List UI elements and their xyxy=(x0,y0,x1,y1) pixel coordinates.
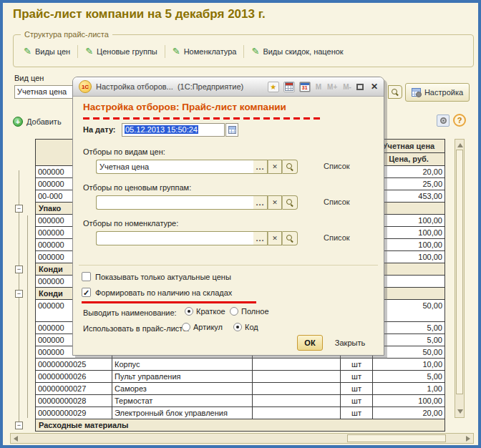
radio-label: Артикул xyxy=(193,323,223,331)
discount-kinds-label: Виды скидок, наценок xyxy=(263,47,343,56)
vertical-scroll-thumb[interactable] xyxy=(456,150,463,394)
table-cell: шт xyxy=(341,395,373,406)
tree-expand-box[interactable]: − xyxy=(15,422,23,429)
table-cell: Термостат xyxy=(112,395,253,406)
scroll-right-icon[interactable] xyxy=(466,436,470,442)
filter3-mode: Список xyxy=(324,233,350,242)
filter3-search-button[interactable] xyxy=(282,231,298,245)
filter1-input[interactable]: Учетная цена xyxy=(96,160,253,174)
structure-groupbox: Структура прайс-листа ✎ Виды цен ✎ Ценов… xyxy=(13,34,474,67)
scroll-left-icon[interactable] xyxy=(14,436,18,442)
filter3-input[interactable] xyxy=(96,231,253,245)
date-picker-button[interactable] xyxy=(225,123,238,137)
table-cell xyxy=(253,395,341,406)
nomenclature-button[interactable]: ✎ Номенклатура xyxy=(167,45,243,58)
ok-button[interactable]: ОК xyxy=(297,335,323,351)
form-settings-button[interactable] xyxy=(437,115,450,127)
table-row[interactable]: 00000000025Корпусшт10,00 xyxy=(36,359,444,371)
radio-code[interactable]: Код xyxy=(233,323,258,331)
filter1-choose-button[interactable] xyxy=(253,160,268,174)
radio-icon xyxy=(185,307,193,316)
calendar-button[interactable]: 31 xyxy=(299,82,311,92)
heading-underline xyxy=(83,117,321,120)
table-row[interactable]: 00000000027Саморезшт1,00 xyxy=(36,383,444,395)
table-group-row[interactable]: Расходные материалы xyxy=(36,419,444,432)
price-groups-button[interactable]: ✎ Ценовые группы xyxy=(79,45,163,58)
table-cell: Пульт управления xyxy=(112,371,253,382)
dialog-title: Настройка отборов... (1С:Предприятие) xyxy=(96,82,243,91)
radio-label: Полное xyxy=(241,307,269,316)
star-icon: ★ xyxy=(270,83,276,91)
pencil-icon: ✎ xyxy=(85,48,93,55)
date-input[interactable]: 05.12.2013 15:50:24 xyxy=(122,123,225,137)
table-cell: Электронный блок управления xyxy=(112,407,253,419)
filter2-clear-button[interactable] xyxy=(268,195,282,210)
close-icon[interactable]: ✕ xyxy=(368,82,378,92)
table-cell xyxy=(253,407,341,419)
gear-icon xyxy=(440,117,447,124)
table-row[interactable]: 00000000028Термостатшт100,00 xyxy=(36,395,444,407)
help-button[interactable]: ? xyxy=(453,114,466,127)
vertical-scrollbar[interactable] xyxy=(455,139,465,418)
filter1-search-button[interactable] xyxy=(282,160,298,174)
table-cell: шт xyxy=(341,359,373,370)
radio-icon xyxy=(230,307,238,316)
filter3-clear-button[interactable] xyxy=(268,231,282,245)
settings-button[interactable]: Настройка xyxy=(405,83,470,102)
horizontal-scrollbar[interactable] xyxy=(10,433,474,444)
dialog-checkbox-1[interactable]: Формировать по наличию на складах xyxy=(82,288,232,297)
filter2-label: Отборы по ценовым группам: xyxy=(83,183,191,192)
pencil-icon: ✎ xyxy=(173,48,180,55)
tree-expand-box[interactable]: − xyxy=(15,205,23,213)
filter3-choose-button[interactable] xyxy=(253,231,268,245)
table-cell: Саморез xyxy=(112,383,253,394)
filter1-clear-button[interactable] xyxy=(268,160,282,174)
table-row[interactable]: 00000000026Пульт управленияшт5,00 xyxy=(36,371,444,383)
checkbox-red-underline xyxy=(82,301,256,303)
table-cell: 00000000027 xyxy=(36,383,112,394)
filter2-choose-button[interactable] xyxy=(253,195,268,210)
settings-table-icon xyxy=(412,88,421,97)
tree-expand-box[interactable]: − xyxy=(15,290,23,298)
table-row[interactable]: 00000000029Электронный блок управленияшт… xyxy=(36,407,444,419)
tree-expand-box[interactable]: − xyxy=(15,266,23,273)
memory-plus-button[interactable]: M+ xyxy=(326,83,338,91)
table-cell: шт xyxy=(341,383,373,394)
radio-icon xyxy=(233,323,242,331)
favorites-button[interactable]: ★ xyxy=(268,82,279,92)
table-cell: 100,00 xyxy=(373,395,444,406)
dialog-titlebar[interactable]: 1С Настройка отборов... (1С:Предприятие)… xyxy=(73,77,384,97)
date-label: На дату: xyxy=(83,125,116,134)
discount-kinds-button[interactable]: ✎ Виды скидок, наценок xyxy=(246,45,349,58)
maximize-icon[interactable] xyxy=(356,84,364,90)
page-title: Прайс-лист компании на 5 декабря 2013 г. xyxy=(13,7,266,21)
scroll-down-icon[interactable] xyxy=(457,409,463,414)
radio-short[interactable]: Краткое xyxy=(185,307,225,316)
memory-minus-button[interactable]: M- xyxy=(342,83,352,91)
radio-label: Краткое xyxy=(196,307,225,316)
calendar-icon: 31 xyxy=(300,82,310,92)
filter3-label: Отборы по номенклатуре: xyxy=(83,219,178,228)
filter2-input[interactable] xyxy=(96,195,253,210)
radio-article[interactable]: Артикул xyxy=(182,323,223,331)
table-cell: 1,00 xyxy=(373,383,444,394)
use-group-label: Использовать в прайс-листе: xyxy=(83,324,189,333)
table-cell xyxy=(253,371,341,382)
dialog-checkbox-0[interactable]: Показывать только актуальные цены xyxy=(82,272,231,281)
checkbox-icon xyxy=(82,288,91,297)
filter2-search-button[interactable] xyxy=(282,195,298,210)
checkbox-icon xyxy=(82,272,91,281)
divider xyxy=(77,45,78,58)
close-button[interactable]: Закрыть xyxy=(327,335,373,351)
scroll-up-icon[interactable] xyxy=(457,143,463,147)
date-value: 05.12.2013 15:50:24 xyxy=(125,125,198,134)
price-type-search-button[interactable] xyxy=(388,85,402,99)
radio-full[interactable]: Полное xyxy=(230,307,269,316)
horizontal-scroll-thumb[interactable] xyxy=(347,434,446,442)
separator xyxy=(79,265,378,266)
memory-button[interactable]: M xyxy=(315,83,322,91)
table-cell xyxy=(253,383,341,394)
calculator-button[interactable] xyxy=(283,82,295,92)
radio-icon xyxy=(182,323,190,331)
price-groups-label: Ценовые группы xyxy=(97,47,157,56)
